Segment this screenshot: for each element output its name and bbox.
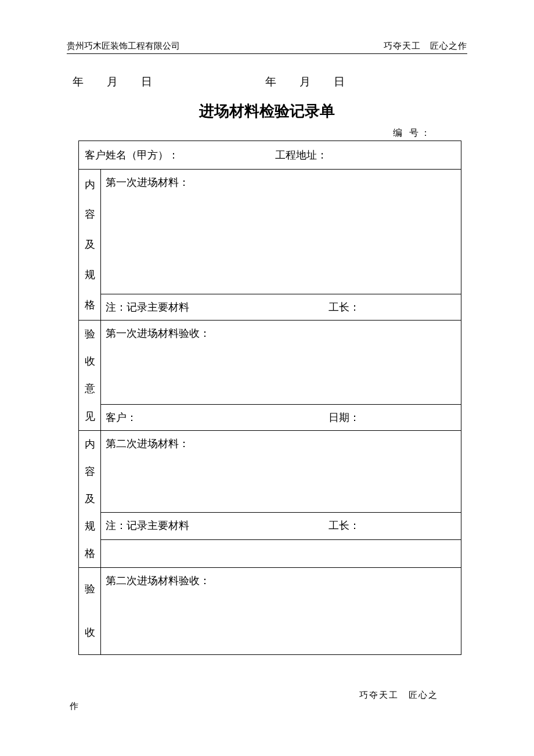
section4-vertical-label: 验 收 xyxy=(79,568,101,655)
date-sign-label: 日期： xyxy=(329,411,456,424)
section1-vertical-label: 内 容 及 规 格 xyxy=(79,170,101,321)
date-row: 年 月 日 年 月 日 xyxy=(67,74,467,89)
section3-vertical-label: 内 容 及 规 格 xyxy=(79,431,101,568)
footer-line2: 作 xyxy=(67,701,467,712)
day-label-2: 日 xyxy=(334,74,345,89)
page-footer: 巧夺天工 匠心之 作 xyxy=(67,690,467,712)
first-note-label: 注：记录主要材料 xyxy=(106,300,329,314)
first-material-label: 第一次进场材料： xyxy=(106,177,189,188)
month-label: 月 xyxy=(107,74,118,89)
first-foreman-label: 工长： xyxy=(329,300,456,314)
second-acceptance-cell: 第二次进场材料验收： xyxy=(101,568,461,655)
section3-empty-cell xyxy=(101,539,461,567)
first-acceptance-label: 第一次进场材料验收： xyxy=(106,327,210,339)
month-label-2: 月 xyxy=(300,74,311,89)
year-label: 年 xyxy=(73,74,84,89)
company-name: 贵州巧木匠装饰工程有限公司 xyxy=(67,41,180,52)
second-material-cell: 第二次进场材料： xyxy=(101,431,461,513)
first-acceptance-cell: 第一次进场材料验收： xyxy=(101,321,461,405)
company-slogan: 巧夺天工 匠心之作 xyxy=(384,41,467,52)
footer-line1: 巧夺天工 匠心之 xyxy=(67,690,467,701)
second-note-label: 注：记录主要材料 xyxy=(106,519,329,532)
customer-sign-label: 客户： xyxy=(106,411,329,424)
customer-name-label: 客户姓名（甲方）： xyxy=(85,148,275,162)
inspection-form-table: 客户姓名（甲方）： 工程地址： 内 容 及 规 格 第一次进场材料： 注：记录主… xyxy=(78,141,461,655)
date-group-right: 年 月 日 xyxy=(265,74,345,89)
second-material-label: 第二次进场材料： xyxy=(106,438,189,449)
day-label: 日 xyxy=(141,74,152,89)
first-note-cell: 注：记录主要材料 工长： xyxy=(101,294,461,321)
second-note-cell: 注：记录主要材料 工长： xyxy=(101,513,461,539)
first-material-cell: 第一次进场材料： xyxy=(101,170,461,294)
section2-vertical-label: 验 收 意 见 xyxy=(79,321,101,431)
date-group-left: 年 月 日 xyxy=(73,74,152,89)
year-label-2: 年 xyxy=(265,74,276,89)
document-title: 进场材料检验记录单 xyxy=(67,101,467,121)
customer-address-row: 客户姓名（甲方）： 工程地址： xyxy=(79,141,461,170)
second-acceptance-label: 第二次进场材料验收： xyxy=(106,575,210,586)
page-header: 贵州巧木匠装饰工程有限公司 巧夺天工 匠心之作 xyxy=(67,41,467,54)
project-address-label: 工程地址： xyxy=(275,148,455,162)
customer-date-cell: 客户： 日期： xyxy=(101,405,461,431)
second-foreman-label: 工长： xyxy=(329,519,456,532)
serial-number-label: 编 号： xyxy=(67,127,467,139)
